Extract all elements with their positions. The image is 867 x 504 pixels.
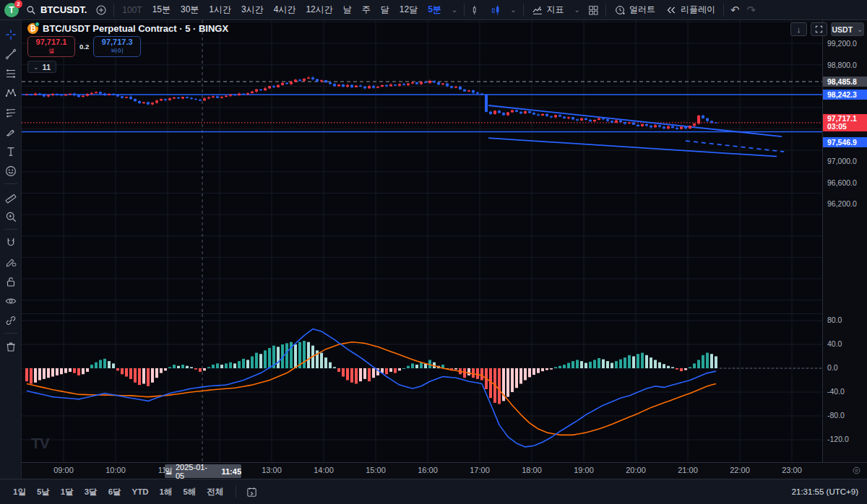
trend-line-tool[interactable] <box>1 44 20 64</box>
range-button-1해[interactable]: 1해 <box>155 485 177 500</box>
user-avatar[interactable]: T 2 <box>4 3 19 17</box>
trash-tool[interactable] <box>1 336 20 356</box>
alert-price-label: 97,546.9 <box>823 137 867 147</box>
time-tick-18:00: 18:00 <box>522 466 542 474</box>
redo-button[interactable]: ↷ <box>743 1 760 19</box>
toolbar-separator <box>464 4 465 17</box>
hide-all-tool[interactable] <box>1 291 20 310</box>
range-button-1일[interactable]: 1일 <box>9 485 30 500</box>
brush-icon <box>4 126 17 139</box>
interval-button-30분[interactable]: 30분 <box>176 1 204 19</box>
download-button[interactable]: ↓ <box>790 22 807 36</box>
macd-indicator-pane[interactable]: TV <box>22 313 867 462</box>
indicators-label: 지표 <box>547 4 564 16</box>
range-button-1달[interactable]: 1달 <box>56 485 78 500</box>
trash-icon <box>4 340 17 353</box>
interval-button-달[interactable]: 달 <box>376 1 394 19</box>
sell-button[interactable]: 97,717.1 셀 <box>27 36 75 57</box>
toolbar-separator <box>723 4 724 17</box>
alert-price-label: 98,242.3 <box>823 90 867 100</box>
axis-settings-gear-icon[interactable] <box>852 466 861 475</box>
text-tool-tool[interactable] <box>1 142 20 161</box>
ruler-tool[interactable] <box>1 187 20 207</box>
macd-tick-0: 0.0 <box>827 363 838 372</box>
last-price-label: 97,717.103:05 <box>823 114 867 131</box>
spread-value: 0.2 <box>79 43 89 51</box>
alert-button[interactable]: 얼러트 <box>609 1 660 19</box>
interval-100t-button[interactable]: 100T <box>117 1 147 19</box>
main-price-pane[interactable]: ₿ BTC/USDT Perpetual Contract · 5 · BING… <box>22 20 867 313</box>
range-button-5해[interactable]: 5해 <box>178 485 200 500</box>
brush-tool[interactable] <box>1 122 20 142</box>
interval-button-날[interactable]: 날 <box>338 1 357 19</box>
range-button-5날[interactable]: 5날 <box>33 485 54 500</box>
interval-active-button[interactable]: 5분 <box>423 1 447 19</box>
indicators-button[interactable]: 지표 <box>527 1 569 19</box>
link-tool[interactable] <box>1 310 20 330</box>
xabcd-pattern-tool[interactable] <box>1 83 20 103</box>
interval-button-주[interactable]: 주 <box>357 1 376 19</box>
candlestick-chart[interactable] <box>22 20 822 313</box>
magnet-tool[interactable] <box>1 233 20 252</box>
price-axis[interactable]: 99,200.098,800.098,485.898,242.397,800.0… <box>822 20 867 462</box>
long-position-icon <box>4 106 17 119</box>
range-button-3달[interactable]: 3달 <box>80 485 102 500</box>
interval-button-1시간[interactable]: 1시간 <box>204 1 236 19</box>
chart-area: ₿ BTC/USDT Perpetual Contract · 5 · BING… <box>22 20 867 479</box>
range-button-전체[interactable]: 전체 <box>202 485 228 500</box>
crosshair-tool[interactable] <box>1 25 20 44</box>
buy-button[interactable]: 97,717.3 바이 <box>93 36 141 57</box>
drawing-mode-icon <box>4 256 17 269</box>
clock-utc[interactable]: 21:31:55 (UTC+9) <box>792 487 858 496</box>
macd-chart[interactable] <box>22 314 822 462</box>
range-button-group: 1일5날1달3달6달YTD1해5해전체 <box>9 485 230 500</box>
chevron-down-icon: ⌄ <box>857 25 863 33</box>
time-tick-09:00: 09:00 <box>53 466 74 474</box>
bar-style-chevron-down-icon[interactable]: ⌄ <box>506 1 519 19</box>
time-tick-14:00: 14:00 <box>314 466 334 474</box>
chart-title[interactable]: BTC/USDT Perpetual Contract · 5 · BINGX <box>43 23 228 34</box>
range-button-YTD[interactable]: YTD <box>128 485 153 498</box>
interval-button-3시간[interactable]: 3시간 <box>236 1 269 19</box>
alert-label: 얼러트 <box>629 4 655 16</box>
trade-widget: 97,717.1 셀 0.2 97,717.3 바이 <box>27 36 141 57</box>
symbol-search-button[interactable]: BTCUSDT. <box>25 1 92 19</box>
interval-button-12달[interactable]: 12달 <box>394 1 423 19</box>
compare-add-symbol-button[interactable] <box>92 1 111 19</box>
collapsed-indicators-pill[interactable]: ⌄ 11 <box>27 61 56 73</box>
interval-button-12시간[interactable]: 12시간 <box>301 1 337 19</box>
range-button-6달[interactable]: 6달 <box>104 485 126 500</box>
time-axis[interactable]: 23:0022:0021:0020:0019:0018:0017:0016:00… <box>22 462 867 479</box>
maximize-pane-button[interactable] <box>811 22 827 36</box>
interval-button-group: 15분30분1시간3시간4시간12시간날주달12달 <box>147 1 423 19</box>
notification-badge: 2 <box>14 0 22 8</box>
sell-price: 97,717.1 <box>36 38 67 46</box>
macd-tick--80: -80.0 <box>827 411 845 420</box>
emoji-tool[interactable] <box>1 161 20 181</box>
layout-button[interactable] <box>584 1 603 19</box>
interval-button-4시간[interactable]: 4시간 <box>269 1 301 19</box>
fib-retracement-tool[interactable] <box>1 64 20 83</box>
fib-retracement-icon <box>4 67 17 80</box>
toolbar-separator <box>605 4 606 17</box>
pane-corner-buttons: ↓ USDT ⌄ <box>790 22 864 36</box>
indicators-chevron-down-icon[interactable]: ⌄ <box>571 1 584 19</box>
long-position-tool[interactable] <box>1 103 20 122</box>
replay-button[interactable]: 리플레이 <box>660 1 720 19</box>
drawbar-separator <box>4 229 17 230</box>
bar-style-selected-button[interactable] <box>486 1 505 19</box>
time-tick-23:00: 23:00 <box>782 466 802 474</box>
currency-dropdown[interactable]: USDT ⌄ <box>831 22 864 36</box>
undo-button[interactable]: ↶ <box>727 1 743 19</box>
zoom-in-tool[interactable] <box>1 207 20 226</box>
currency-value: USDT <box>832 25 853 34</box>
interval-chevron-down-icon[interactable]: ⌄ <box>448 1 461 19</box>
lock-all-tool[interactable] <box>1 271 20 291</box>
drawing-mode-tool[interactable] <box>1 252 20 271</box>
time-tick-19:00: 19:00 <box>574 466 594 474</box>
go-to-date-button[interactable] <box>242 483 262 500</box>
chevron-down-icon: ⌄ <box>33 64 39 71</box>
interval-button-15분[interactable]: 15분 <box>147 1 176 19</box>
maximize-icon <box>815 25 823 33</box>
bar-style-button[interactable] <box>467 1 486 19</box>
